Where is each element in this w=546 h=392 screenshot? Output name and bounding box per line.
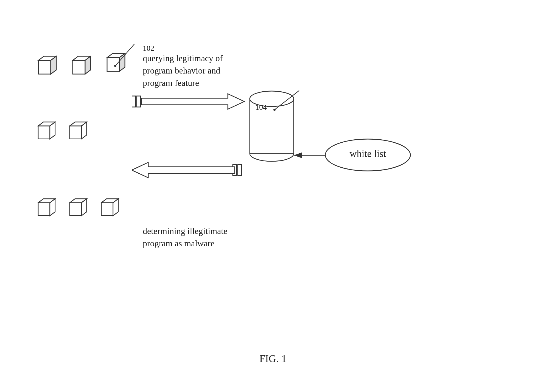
- arrow-right: [132, 88, 247, 115]
- callout-104: [269, 88, 313, 112]
- label-102: 102: [143, 44, 154, 53]
- svg-text:white list: white list: [350, 148, 386, 159]
- cube-row3-1: [33, 198, 59, 224]
- svg-marker-37: [101, 203, 113, 216]
- cube-row1-1: [33, 55, 60, 82]
- figure-label: FIG. 1: [259, 352, 287, 365]
- malware-text: determining illegitimate program as malw…: [143, 225, 236, 250]
- cube-row2-2: [65, 121, 91, 147]
- query-text: querying legitimacy of program behavior …: [143, 52, 242, 89]
- arrow-left: [132, 156, 247, 184]
- label-104: 104: [255, 103, 267, 112]
- svg-marker-22: [132, 162, 235, 178]
- svg-marker-11: [38, 126, 50, 139]
- svg-rect-20: [238, 165, 242, 176]
- cube-row1-2: [67, 55, 95, 82]
- svg-rect-17: [132, 96, 136, 107]
- svg-point-26: [273, 109, 276, 111]
- arrow-whitelist-to-db: [292, 150, 327, 161]
- diagram-container: 102 querying legitimacy of program behav…: [16, 22, 530, 351]
- svg-marker-14: [70, 126, 82, 139]
- svg-marker-0: [38, 60, 51, 74]
- svg-marker-31: [38, 203, 50, 216]
- svg-line-9: [115, 44, 135, 66]
- cube-row3-3: [96, 198, 122, 224]
- svg-marker-34: [70, 203, 82, 216]
- cube-row2-1: [33, 121, 59, 147]
- svg-rect-18: [137, 96, 141, 107]
- svg-point-10: [114, 65, 116, 67]
- svg-marker-3: [73, 60, 85, 74]
- svg-marker-19: [141, 94, 244, 109]
- svg-line-25: [275, 91, 299, 110]
- cube-row3-2: [65, 198, 91, 224]
- whitelist-ellipse: white list: [324, 137, 412, 173]
